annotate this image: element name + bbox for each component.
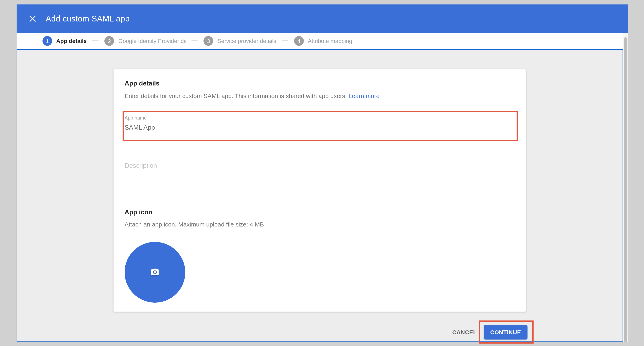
step-separator	[282, 41, 288, 42]
app-name-input[interactable]: SAML App	[124, 124, 155, 131]
step-2-circle: 2	[104, 36, 114, 46]
section-description-text: Enter details for your custom SAML app. …	[124, 92, 347, 99]
app-icon-title: App icon	[124, 209, 152, 216]
app-icon-upload-button[interactable]	[124, 242, 185, 303]
wizard-stepper: 1 App details 2 Google Identity Provider…	[16, 33, 628, 49]
step-attribute-mapping[interactable]: 4 Attribute mapping	[294, 36, 352, 46]
scrollbar-thumb[interactable]	[624, 37, 628, 342]
continue-button[interactable]: CONTINUE	[484, 325, 528, 339]
step-4-circle: 4	[294, 36, 304, 46]
cancel-button[interactable]: CANCEL	[448, 325, 481, 339]
app-name-underline	[124, 135, 514, 136]
dialog-title: Add custom SAML app	[46, 14, 130, 23]
add-custom-saml-app-dialog: Add custom SAML app 1 App details 2 Goog…	[0, 0, 644, 346]
camera-icon	[150, 268, 160, 277]
app-name-label: App name	[124, 115, 147, 121]
step-google-idp-details[interactable]: 2 Google Identity Provider details	[104, 36, 186, 46]
description-underline	[124, 174, 514, 174]
close-button[interactable]	[26, 12, 39, 26]
description-input[interactable]: Description	[124, 162, 157, 169]
step-separator	[192, 41, 198, 42]
step-service-provider-details[interactable]: 3 Service provider details	[204, 36, 276, 46]
step-4-label: Attribute mapping	[308, 38, 352, 44]
app-icon-hint: Attach an app icon. Maximum upload file …	[124, 221, 264, 228]
step-app-details[interactable]: 1 App details	[42, 36, 87, 46]
step-2-label: Google Identity Provider details	[118, 38, 186, 44]
learn-more-link[interactable]: Learn more	[348, 92, 380, 99]
app-details-card: App details Enter details for your custo…	[113, 69, 526, 312]
step-separator	[92, 41, 99, 42]
dialog-header: Add custom SAML app	[16, 4, 628, 33]
close-icon	[29, 15, 36, 22]
section-description: Enter details for your custom SAML app. …	[124, 92, 380, 99]
step-3-label: Service provider details	[218, 38, 276, 44]
scrollbar-track[interactable]	[623, 33, 628, 342]
step-3-circle: 3	[204, 36, 214, 46]
step-1-circle: 1	[42, 36, 52, 46]
step-1-label: App details	[56, 38, 87, 44]
section-title: App details	[124, 80, 160, 87]
